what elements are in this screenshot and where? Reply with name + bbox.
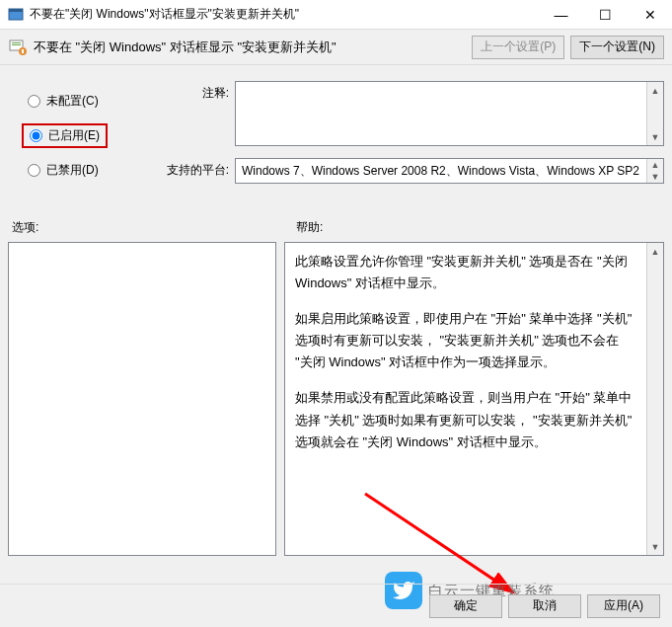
platform-content: Windows 7、Windows Server 2008 R2、Windows… xyxy=(236,159,646,183)
help-panel: 此策略设置允许你管理 "安装更新并关机" 选项是否在 "关闭 Windows" … xyxy=(284,242,664,556)
platform-textbox: Windows 7、Windows Server 2008 R2、Windows… xyxy=(235,158,664,184)
scroll-up-icon[interactable]: ▲ xyxy=(647,82,663,99)
apply-button[interactable]: 应用(A) xyxy=(587,594,660,618)
help-p2: 如果启用此策略设置，即使用户在 "开始" 菜单中选择 "关机" 选项时有更新可以… xyxy=(295,308,636,373)
platform-label: 支持的平台: xyxy=(166,158,235,184)
svg-rect-3 xyxy=(12,42,21,43)
radio-group: 未配置(C) 已启用(E) 已禁用(D) xyxy=(8,81,166,196)
radio-unconfigured[interactable]: 未配置(C) xyxy=(28,93,156,110)
help-label: 帮助: xyxy=(284,219,664,236)
cancel-button[interactable]: 取消 xyxy=(508,594,581,618)
policy-icon xyxy=(8,38,28,57)
header-bar: 不要在 "关闭 Windows" 对话框显示 "安装更新并关机" 上一个设置(P… xyxy=(0,30,672,65)
radio-enabled[interactable]: 已启用(E) xyxy=(30,127,100,144)
options-panel xyxy=(8,242,276,556)
radio-disabled-input[interactable] xyxy=(28,164,40,177)
svg-rect-6 xyxy=(22,49,24,53)
panels-area: 此策略设置允许你管理 "安装更新并关机" 选项是否在 "关闭 Windows" … xyxy=(0,242,672,556)
radio-disabled-label: 已禁用(D) xyxy=(46,162,99,179)
radio-unconfigured-input[interactable] xyxy=(28,95,40,108)
svg-rect-1 xyxy=(9,9,23,12)
next-setting-button[interactable]: 下一个设置(N) xyxy=(570,36,664,59)
svg-rect-4 xyxy=(12,44,21,45)
maximize-button[interactable]: ☐ xyxy=(583,0,628,30)
options-label: 选项: xyxy=(8,219,284,236)
comment-textbox[interactable]: ▲ ▼ xyxy=(235,81,664,146)
comment-content[interactable] xyxy=(236,82,646,145)
config-area: 未配置(C) 已启用(E) 已禁用(D) 注释: ▲ ▼ xyxy=(0,65,672,196)
window-controls: — ☐ ✕ xyxy=(539,0,672,30)
platform-scrollbar[interactable]: ▲ ▼ xyxy=(646,159,663,183)
comment-label: 注释: xyxy=(166,81,235,146)
radio-enabled-highlight: 已启用(E) xyxy=(22,123,108,148)
window-icon xyxy=(8,7,24,23)
scroll-down-icon[interactable]: ▼ xyxy=(647,128,663,145)
help-content: 此策略设置允许你管理 "安装更新并关机" 选项是否在 "关闭 Windows" … xyxy=(285,243,646,555)
title-bar: 不要在"关闭 Windows"对话框显示"安装更新并关机" — ☐ ✕ xyxy=(0,0,672,30)
scroll-up-icon[interactable]: ▲ xyxy=(647,159,663,171)
radio-enabled-input[interactable] xyxy=(30,129,42,142)
scroll-up-icon[interactable]: ▲ xyxy=(647,243,663,260)
bottom-bar: 确定 取消 应用(A) xyxy=(0,584,672,627)
scroll-down-icon[interactable]: ▼ xyxy=(647,171,663,183)
ok-button[interactable]: 确定 xyxy=(429,594,502,618)
comment-scrollbar[interactable]: ▲ ▼ xyxy=(646,82,663,145)
radio-enabled-label: 已启用(E) xyxy=(48,127,100,144)
radio-unconfigured-label: 未配置(C) xyxy=(46,93,99,110)
help-scrollbar[interactable]: ▲ ▼ xyxy=(646,243,663,555)
info-column: 注释: ▲ ▼ 支持的平台: Windows 7、Windows Server … xyxy=(166,81,664,196)
help-p3: 如果禁用或没有配置此策略设置，则当用户在 "开始" 菜单中选择 "关机" 选项时… xyxy=(295,387,636,452)
radio-disabled[interactable]: 已禁用(D) xyxy=(28,162,156,179)
help-p1: 此策略设置允许你管理 "安装更新并关机" 选项是否在 "关闭 Windows" … xyxy=(295,251,636,294)
header-title: 不要在 "关闭 Windows" 对话框显示 "安装更新并关机" xyxy=(34,39,466,56)
section-labels: 选项: 帮助: xyxy=(0,219,672,236)
previous-setting-button[interactable]: 上一个设置(P) xyxy=(472,36,564,59)
window-title: 不要在"关闭 Windows"对话框显示"安装更新并关机" xyxy=(30,6,539,23)
scroll-down-icon[interactable]: ▼ xyxy=(647,538,663,555)
minimize-button[interactable]: — xyxy=(539,0,583,30)
close-button[interactable]: ✕ xyxy=(628,0,672,30)
